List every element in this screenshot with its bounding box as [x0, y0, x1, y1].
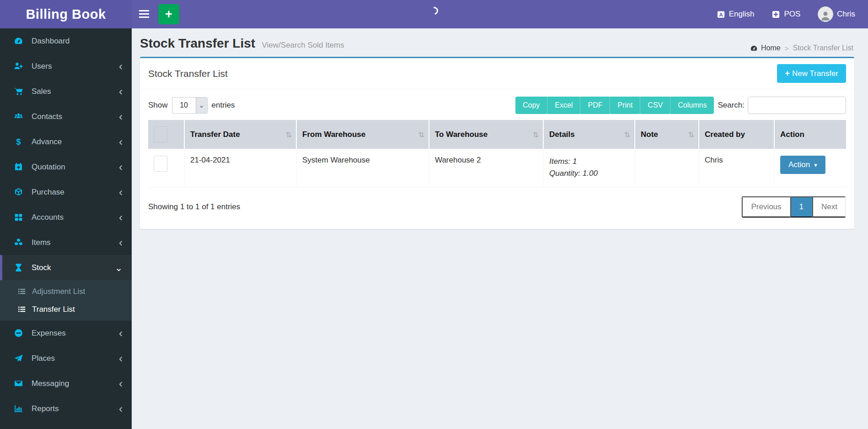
new-transfer-label: New Transfer	[792, 69, 838, 78]
sidebar-item-messaging[interactable]: Messaging ‹	[0, 371, 132, 396]
sidebar-item-stock[interactable]: Stock ⌄	[0, 255, 132, 280]
stock-submenu: Adjustment List Transfer List	[0, 280, 132, 320]
table-header-row: Transfer Date⇅ From Warehouse⇅ To Wareho…	[148, 120, 846, 149]
sidebar-item-label: Advance	[32, 137, 62, 147]
column-header-transfer-date[interactable]: Transfer Date⇅	[185, 120, 297, 149]
stock-transfer-card: Stock Transfer List +New Transfer Show 1…	[140, 57, 854, 229]
action-cell: Action ▾	[775, 149, 846, 187]
paper-plane-icon	[14, 353, 23, 363]
chevron-left-icon: ‹	[119, 114, 123, 120]
next-page-button[interactable]: Next	[812, 196, 846, 217]
column-header-to-warehouse[interactable]: To Warehouse⇅	[429, 120, 544, 149]
sidebar-item-warehouse[interactable]: Warehouse ‹	[0, 421, 132, 429]
sidebar-item-reports[interactable]: Reports ‹	[0, 396, 132, 421]
sidebar-item-label: Dashboard	[32, 37, 70, 46]
sort-icon: ⇅	[286, 130, 292, 139]
submenu-item-transfer-list[interactable]: Transfer List	[0, 300, 132, 318]
sidebar-item-contacts[interactable]: Contacts ‹	[0, 104, 132, 129]
details-quantity: Quantity: 1.00	[549, 168, 629, 179]
sidebar-item-dashboard[interactable]: Dashboard	[0, 28, 132, 54]
sidebar-item-users[interactable]: Users ‹	[0, 54, 132, 79]
row-action-button[interactable]: Action ▾	[780, 156, 825, 174]
sidebar-item-label: Stock	[32, 263, 51, 272]
page-1-button[interactable]: 1	[790, 196, 812, 217]
column-header-details[interactable]: Details⇅	[544, 120, 635, 149]
chevron-left-icon: ‹	[119, 164, 123, 170]
cart-icon	[14, 87, 23, 96]
language-menu[interactable]: A English	[717, 10, 755, 19]
excel-button[interactable]: Excel	[547, 97, 580, 114]
brand-logo[interactable]: Billing Book	[0, 0, 132, 28]
envelope-icon	[14, 379, 23, 388]
main-content: Stock Transfer List View/Search Sold Ite…	[132, 28, 868, 429]
dollar-icon: $	[14, 137, 23, 147]
row-checkbox[interactable]	[154, 156, 167, 172]
minus-circle-icon	[14, 328, 23, 338]
chevron-left-icon: ‹	[119, 189, 123, 195]
sidebar-item-label: Quotation	[32, 163, 65, 172]
previous-page-button[interactable]: Previous	[742, 196, 790, 217]
created-by-cell: Chris	[699, 149, 775, 187]
copy-button[interactable]: Copy	[515, 97, 547, 114]
chevron-left-icon: ‹	[119, 239, 123, 246]
export-and-search: Copy Excel PDF Print CSV Columns Search:	[515, 97, 846, 114]
page-length-select[interactable]: 10 ⌄	[172, 97, 208, 114]
sidebar-item-purchase[interactable]: Purchase ‹	[0, 179, 132, 205]
chevron-left-icon: ‹	[119, 355, 123, 362]
chevron-left-icon: ‹	[119, 63, 123, 70]
column-header-from-warehouse[interactable]: From Warehouse⇅	[297, 120, 429, 149]
user-menu[interactable]: Chris	[818, 6, 855, 22]
plus-icon: +	[785, 69, 790, 78]
export-button-group: Copy Excel PDF Print CSV Columns	[515, 97, 714, 114]
pos-label: POS	[784, 10, 800, 19]
select-all-checkbox[interactable]	[154, 126, 167, 142]
page-subtitle: View/Search Sold Items	[262, 41, 344, 49]
sidebar-item-label: Purchase	[32, 188, 64, 197]
search-input[interactable]	[748, 97, 846, 114]
user-plus-icon	[14, 61, 23, 71]
sidebar-item-sales[interactable]: Sales ‹	[0, 79, 132, 104]
column-header-note[interactable]: Note⇅	[635, 120, 699, 149]
user-avatar-icon	[820, 10, 831, 22]
dashboard-icon	[14, 36, 23, 46]
submenu-item-adjustment-list[interactable]: Adjustment List	[0, 282, 132, 300]
sidebar-item-places[interactable]: Places ‹	[0, 346, 132, 371]
sidebar-toggle-button[interactable]	[132, 0, 156, 28]
to-warehouse-cell: Warehouse 2	[429, 149, 544, 187]
topbar-right-nav: A English POS Chris	[717, 6, 868, 22]
hourglass-icon	[14, 263, 23, 272]
chevron-left-icon: ‹	[119, 330, 123, 337]
chevron-left-icon: ‹	[119, 406, 123, 412]
print-button[interactable]: Print	[610, 97, 640, 114]
sort-icon: ⇅	[624, 130, 630, 139]
csv-button[interactable]: CSV	[640, 97, 670, 114]
submenu-item-label: Transfer List	[32, 305, 75, 314]
sidebar-item-advance[interactable]: $ Advance ‹	[0, 129, 132, 154]
table-footer: Showing 1 to 1 of 1 entries Previous 1 N…	[140, 187, 854, 229]
row-select-cell	[148, 149, 185, 187]
sidebar-item-expenses[interactable]: Expenses ‹	[0, 320, 132, 346]
list-icon	[17, 287, 26, 296]
entries-info: Showing 1 to 1 of 1 entries	[148, 202, 240, 212]
pos-button[interactable]: POS	[772, 10, 800, 19]
topbar: Billing Book + A English POS Chris	[0, 0, 868, 28]
entries-label: entries	[212, 101, 235, 110]
sidebar-item-accounts[interactable]: Accounts ‹	[0, 205, 132, 230]
transfer-table: Transfer Date⇅ From Warehouse⇅ To Wareho…	[148, 120, 846, 187]
new-transfer-button[interactable]: +New Transfer	[777, 64, 846, 83]
avatar	[818, 6, 833, 22]
sidebar-item-label: Accounts	[32, 213, 64, 222]
details-items: Items: 1	[549, 156, 629, 168]
quick-add-button[interactable]: +	[158, 4, 179, 24]
sidebar-item-items[interactable]: Items ‹	[0, 230, 132, 255]
sort-icon: ⇅	[418, 130, 424, 139]
breadcrumb-home-link[interactable]: Home	[750, 44, 781, 52]
submenu-item-label: Adjustment List	[32, 287, 85, 296]
pdf-button[interactable]: PDF	[580, 97, 610, 114]
page-title: Stock Transfer List	[140, 36, 255, 50]
note-cell	[635, 149, 699, 187]
svg-text:A: A	[719, 11, 723, 17]
sidebar-item-quotation[interactable]: Quotation ‹	[0, 154, 132, 179]
columns-button[interactable]: Columns	[670, 97, 714, 114]
list-icon	[17, 305, 26, 314]
